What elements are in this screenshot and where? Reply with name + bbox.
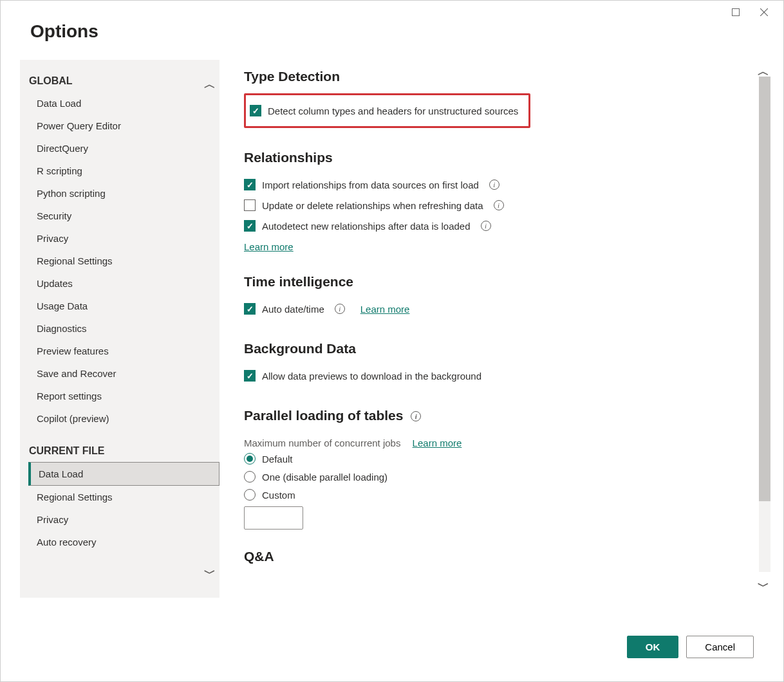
- detect-types-label: Detect column types and headers for unst…: [268, 106, 518, 116]
- info-icon[interactable]: i: [494, 200, 504, 210]
- section-title-type-detection: Type Detection: [244, 69, 745, 84]
- scroll-down-icon[interactable]: ﹀: [204, 566, 216, 581]
- sidebar-heading-current-file: CURRENT FILE: [29, 441, 219, 462]
- parallel-custom-input[interactable]: [244, 506, 303, 530]
- parallel-default-radio[interactable]: [244, 453, 256, 465]
- update-relationships-label: Update or delete relationships when refr…: [262, 200, 483, 211]
- titlebar: [716, 1, 783, 24]
- sidebar-item-power-query-editor[interactable]: Power Query Editor: [29, 115, 219, 137]
- cancel-button[interactable]: Cancel: [686, 636, 754, 658]
- sidebar-item-data-load-file[interactable]: Data Load: [28, 462, 219, 486]
- parallel-default-label: Default: [262, 454, 293, 465]
- sidebar-item-preview-features[interactable]: Preview features: [29, 340, 219, 362]
- content-pane: ︿ ﹀ Type Detection ✓ Detect column types…: [219, 60, 770, 598]
- sidebar-item-python-scripting[interactable]: Python scripting: [29, 182, 219, 205]
- section-title-parallel-loading: Parallel loading of tables i: [244, 408, 745, 423]
- import-relationships-label: Import relationships from data sources o…: [262, 180, 479, 190]
- sidebar-item-report-settings[interactable]: Report settings: [29, 385, 219, 407]
- parallel-custom-radio[interactable]: [244, 489, 256, 501]
- dialog-title: Options: [1, 1, 783, 42]
- scroll-up-icon[interactable]: ︿: [204, 77, 216, 92]
- square-icon: [732, 8, 740, 16]
- sidebar-item-security[interactable]: Security: [29, 205, 219, 227]
- close-icon: [760, 8, 768, 16]
- detect-types-checkbox[interactable]: ✓: [250, 105, 261, 116]
- parallel-custom-label: Custom: [262, 490, 295, 501]
- background-previews-label: Allow data previews to download in the b…: [262, 371, 481, 382]
- section-title-background-data: Background Data: [244, 341, 745, 356]
- sidebar-item-privacy-global[interactable]: Privacy: [29, 227, 219, 250]
- sidebar-item-directquery[interactable]: DirectQuery: [29, 137, 219, 160]
- info-icon[interactable]: i: [481, 221, 491, 231]
- close-button[interactable]: [751, 5, 777, 20]
- highlighted-option: ✓ Detect column types and headers for un…: [244, 93, 530, 128]
- parallel-learn-more-link[interactable]: Learn more: [413, 438, 462, 448]
- info-icon[interactable]: i: [335, 304, 345, 314]
- sidebar-item-copilot-preview[interactable]: Copilot (preview): [29, 407, 219, 430]
- info-icon[interactable]: i: [411, 411, 421, 421]
- auto-datetime-label: Auto date/time: [262, 304, 324, 315]
- sidebar-item-regional-settings-file[interactable]: Regional Settings: [29, 486, 219, 508]
- auto-datetime-checkbox[interactable]: ✓: [244, 303, 256, 315]
- section-title-relationships: Relationships: [244, 150, 745, 165]
- info-icon[interactable]: i: [489, 180, 499, 190]
- relationships-learn-more-link[interactable]: Learn more: [244, 241, 294, 252]
- sidebar-heading-global: GLOBAL: [29, 71, 219, 92]
- scrollbar-thumb[interactable]: [759, 77, 770, 501]
- parallel-one-label: One (disable parallel loading): [262, 472, 387, 483]
- maximize-button[interactable]: [723, 5, 749, 20]
- section-title-time-intelligence: Time intelligence: [244, 274, 745, 290]
- background-previews-checkbox[interactable]: ✓: [244, 370, 256, 382]
- sidebar-item-diagnostics[interactable]: Diagnostics: [29, 317, 219, 340]
- sidebar-item-auto-recovery[interactable]: Auto recovery: [29, 531, 219, 553]
- options-dialog: Options ︿ ﹀ GLOBAL Data Load Power Query…: [0, 0, 784, 682]
- sidebar-item-save-and-recover[interactable]: Save and Recover: [29, 362, 219, 385]
- sidebar-item-regional-settings-global[interactable]: Regional Settings: [29, 250, 219, 272]
- ok-button[interactable]: OK: [627, 636, 679, 658]
- svg-rect-0: [733, 9, 740, 16]
- sidebar-item-privacy-file[interactable]: Privacy: [29, 508, 219, 531]
- autodetect-relationships-checkbox[interactable]: ✓: [244, 220, 256, 232]
- parallel-loading-title-text: Parallel loading of tables: [244, 408, 403, 423]
- section-title-qa: Q&A: [244, 549, 745, 564]
- sidebar-item-usage-data[interactable]: Usage Data: [29, 295, 219, 317]
- import-relationships-checkbox[interactable]: ✓: [244, 179, 256, 190]
- content-scroll-up-icon[interactable]: ︿: [758, 64, 769, 79]
- dialog-footer: OK Cancel: [627, 636, 754, 658]
- sidebar-item-updates[interactable]: Updates: [29, 272, 219, 295]
- sidebar-item-r-scripting[interactable]: R scripting: [29, 160, 219, 182]
- max-concurrent-jobs-label: Maximum number of concurrent jobs: [244, 438, 400, 448]
- update-relationships-checkbox[interactable]: [244, 199, 256, 211]
- autodetect-relationships-label: Autodetect new relationships after data …: [262, 221, 471, 232]
- content-scroll-down-icon[interactable]: ﹀: [758, 578, 769, 594]
- time-intelligence-learn-more-link[interactable]: Learn more: [360, 304, 410, 315]
- parallel-one-radio[interactable]: [244, 471, 256, 483]
- sidebar: ︿ ﹀ GLOBAL Data Load Power Query Editor …: [20, 60, 219, 598]
- sidebar-item-data-load-global[interactable]: Data Load: [29, 92, 219, 115]
